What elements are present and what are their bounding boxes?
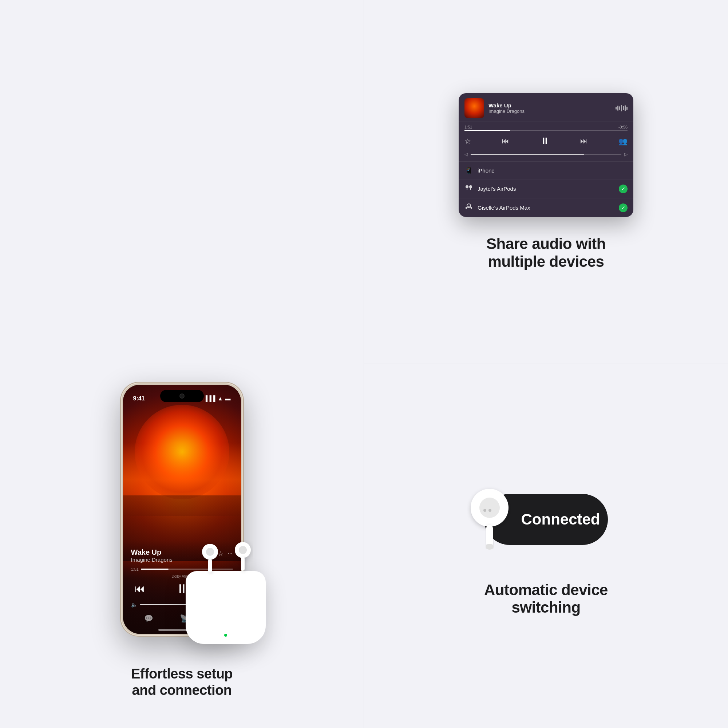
svg-rect-5 xyxy=(241,557,245,571)
card-time-row: 1:51 -0:56 xyxy=(459,122,633,130)
wave-bar-3 xyxy=(619,106,620,110)
svg-point-14 xyxy=(479,498,500,518)
svg-rect-7 xyxy=(466,188,467,190)
switching-title-line1: Automatic device xyxy=(484,581,608,599)
airpods-max-giselle-icon xyxy=(465,203,473,212)
device-list: 📱 iPhone Jaytel's AirPods ✓ xyxy=(459,161,633,217)
giselle-check-icon: ✓ xyxy=(619,203,627,212)
card-volume-track[interactable] xyxy=(471,154,621,155)
share-audio-caption: Share audio with multiple devices xyxy=(486,235,606,271)
jaytel-device-name: Jaytel's AirPods xyxy=(477,186,615,192)
switching-title-line2: switching xyxy=(484,599,608,616)
song-title: Wake Up xyxy=(131,548,173,557)
wave-bar-7 xyxy=(626,107,627,110)
wave-bar-1 xyxy=(616,107,616,110)
card-controls: ☆ ⏮ ⏸ ⏭ 👥 xyxy=(459,134,633,150)
right-top-section: Wake Up Imagine Dragons 1:51 -0:56 xyxy=(364,0,728,364)
wave-bar-5 xyxy=(623,106,624,110)
airpods-case xyxy=(186,571,266,644)
chat-tab-icon[interactable]: 💬 xyxy=(144,614,153,623)
progress-fill xyxy=(141,569,168,570)
case-led xyxy=(224,634,227,637)
card-progress-fill xyxy=(465,130,510,131)
card-fastforward-button[interactable]: ⏭ xyxy=(580,137,587,145)
time-elapsed: 1:51 xyxy=(131,567,139,572)
svg-point-18 xyxy=(486,544,494,550)
svg-point-8 xyxy=(469,185,472,188)
front-camera xyxy=(179,393,185,399)
song-artist: Imagine Dragons xyxy=(131,557,173,563)
card-rewind-button[interactable]: ⏮ xyxy=(502,137,509,145)
card-star-icon[interactable]: ☆ xyxy=(465,137,471,145)
airpods-jaytel-icon xyxy=(465,184,473,193)
card-song-info: Wake Up Imagine Dragons xyxy=(488,102,611,114)
wave-bar-2 xyxy=(617,106,618,111)
share-title-line1: Share audio with xyxy=(486,235,606,252)
wave-bar-4 xyxy=(621,105,622,112)
music-card: Wake Up Imagine Dragons 1:51 -0:56 xyxy=(459,93,633,217)
card-progress-track[interactable] xyxy=(465,130,627,131)
right-bottom-section: Connected Automatic device switching xyxy=(364,364,728,728)
svg-rect-11 xyxy=(466,207,467,209)
share-title-line2: multiple devices xyxy=(486,253,606,271)
card-pause-button[interactable]: ⏸ xyxy=(540,135,550,147)
svg-rect-2 xyxy=(208,559,212,573)
device-item-jaytel[interactable]: Jaytel's AirPods ✓ xyxy=(459,179,633,198)
airpod-svg-container xyxy=(462,484,517,555)
svg-rect-17 xyxy=(486,525,493,547)
left-caption: Effortless setup and connection xyxy=(131,666,232,699)
card-song-title: Wake Up xyxy=(488,102,611,109)
caption-line1: Effortless setup xyxy=(131,666,232,682)
jaytel-check-icon: ✓ xyxy=(619,185,627,193)
switching-caption: Automatic device switching xyxy=(484,581,608,616)
svg-point-1 xyxy=(206,548,214,556)
iphone-container: 9:41 ▐▐▐ ▲ ▬ Wake Up Im xyxy=(120,22,244,637)
device-item-giselle[interactable]: Giselle's AirPods Max ✓ xyxy=(459,198,633,217)
status-time: 9:41 xyxy=(133,395,145,402)
svg-rect-9 xyxy=(470,188,471,190)
svg-point-16 xyxy=(488,509,491,512)
card-volume-row: ◁ ▷ xyxy=(459,150,633,161)
rewind-button[interactable]: ⏮ xyxy=(135,583,145,595)
card-song-artist: Imagine Dragons xyxy=(488,109,611,114)
volume-low-icon: 🔈 xyxy=(131,602,137,607)
card-time-elapsed: 1:51 xyxy=(465,125,472,129)
svg-point-15 xyxy=(483,509,486,512)
battery-icon: ▬ xyxy=(225,395,231,401)
status-icons: ▐▐▐ ▲ ▬ xyxy=(204,395,231,401)
airpods-connected-visual: Connected xyxy=(473,468,619,570)
giselle-device-name: Giselle's AirPods Max xyxy=(477,205,615,211)
left-panel: 9:41 ▐▐▐ ▲ ▬ Wake Up Im xyxy=(0,0,364,728)
card-share-icon[interactable]: 👥 xyxy=(618,137,627,145)
song-info: Wake Up Imagine Dragons xyxy=(131,548,173,563)
caption-line2: and connection xyxy=(131,682,232,699)
card-progress-container xyxy=(459,130,633,134)
airpod-left xyxy=(200,542,220,575)
airpods-with-case xyxy=(186,571,266,644)
card-now-playing: Wake Up Imagine Dragons xyxy=(459,93,633,122)
airpod-right xyxy=(233,540,253,573)
card-vol-high-icon: ▷ xyxy=(624,152,627,157)
iphone-notch xyxy=(160,390,204,402)
svg-rect-12 xyxy=(471,207,472,209)
right-panel: Wake Up Imagine Dragons 1:51 -0:56 xyxy=(364,0,728,728)
iphone-device-icon: 📱 xyxy=(465,166,473,174)
wave-bar-6 xyxy=(625,105,626,111)
card-waveform xyxy=(616,104,627,112)
svg-point-4 xyxy=(239,546,247,554)
card-album-art xyxy=(465,98,484,118)
card-vol-low-icon: ◁ xyxy=(465,152,468,157)
card-time-remaining: -0:56 xyxy=(618,125,627,129)
wifi-icon: ▲ xyxy=(218,395,223,401)
device-item-iphone[interactable]: 📱 iPhone xyxy=(459,162,633,179)
more-icon[interactable]: ··· xyxy=(227,550,232,557)
card-volume-fill xyxy=(471,154,584,155)
iphone-device-name: iPhone xyxy=(477,167,627,174)
svg-point-6 xyxy=(466,185,468,188)
signal-icon: ▐▐▐ xyxy=(204,395,216,401)
